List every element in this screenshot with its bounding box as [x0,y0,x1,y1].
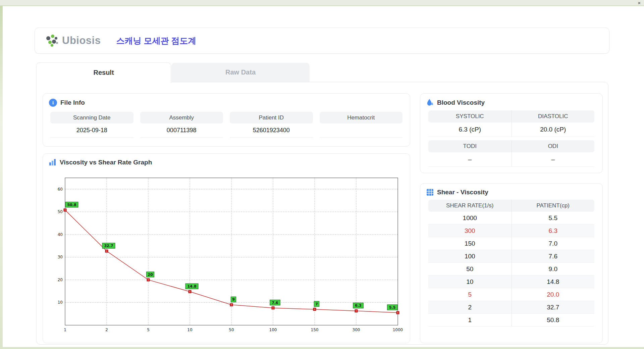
field-value: 52601923400 [230,123,313,138]
ubiosis-logo: Ubiosis [45,34,101,48]
systolic-value: 6.3 (cP) [428,122,512,137]
todi-header: TODI [428,140,512,152]
table-spacer [428,137,594,140]
blood-viscosity-card: Blood Viscosity SYSTOLIC DIASTOLIC 6.3 (… [420,93,603,173]
shear-rate-cell: 1 [428,314,512,327]
field-value [320,123,403,138]
blood-viscosity-header: Blood Viscosity [420,94,602,110]
shear-table-header: SHEAR RATE(1/s) PATIENT(cp) [428,200,594,212]
table-row: 10 14.8 [428,276,594,288]
page-title: 스캐닝 모세관 점도계 [116,35,196,46]
table-grid-icon [426,189,434,196]
shear-rate-cell: 100 [428,250,512,263]
table-row: 300 6.3 [428,225,594,237]
result-panel: i File Info Scanning Date 2025-09-18 Ass… [36,82,608,345]
field-scanning-date: Scanning Date 2025-09-18 [50,112,133,138]
shear-rate-cell: 300 [428,225,512,237]
patient-cell: 50.8 [512,314,595,327]
svg-text:6.3: 6.3 [355,303,362,308]
blood-viscosity-table: SYSTOLIC DIASTOLIC 6.3 (cP) 20.0 (cP) TO… [428,110,594,167]
tab-raw-data-label: Raw Data [225,68,256,76]
file-info-header: i File Info [43,94,410,110]
field-patient-id: Patient ID 52601923400 [230,112,313,138]
window-close-icon[interactable]: × [638,0,641,6]
shear-rate-cell: 5 [428,288,512,301]
svg-text:5.5: 5.5 [389,305,396,310]
tab-result[interactable]: Result [36,62,171,83]
field-assembly: Assembly 000711398 [140,112,223,138]
svg-text:10: 10 [187,328,192,332]
svg-text:10: 10 [58,300,63,305]
shear-rate-cell: 1000 [428,212,512,225]
svg-text:60: 60 [58,187,63,192]
svg-text:50.8: 50.8 [67,203,76,207]
patient-cell: 20.0 [512,288,595,301]
shear-rate-cell: 50 [428,263,512,276]
svg-text:30: 30 [58,255,63,259]
tab-raw-data[interactable]: Raw Data [171,63,310,82]
field-hematocrit: Hematocrit [320,112,403,138]
svg-text:7.6: 7.6 [272,301,278,305]
patient-cell: 9.0 [512,263,595,276]
file-info-card: i File Info Scanning Date 2025-09-18 Ass… [43,93,410,147]
svg-text:14.8: 14.8 [187,284,196,289]
field-value: 000711398 [140,123,223,138]
patient-cell: 5.5 [512,212,595,225]
svg-text:150: 150 [311,328,319,332]
systolic-header: SYSTOLIC [428,110,512,122]
viscosity-chart: 1020304050601251050100150300100050.832.7… [48,172,404,335]
svg-text:5: 5 [147,328,150,332]
blood-viscosity-title: Blood Viscosity [437,99,485,106]
field-label: Patient ID [230,112,313,123]
odi-header: ODI [512,140,595,152]
shear-viscosity-title: Shear - Viscosity [437,189,488,196]
svg-text:300: 300 [353,328,360,332]
file-info-fields: Scanning Date 2025-09-18 Assembly 000711… [43,110,410,138]
table-row: 1000 5.5 [428,212,594,225]
patient-cell: 6.3 [512,225,595,237]
patient-column-header: PATIENT(cp) [512,200,595,212]
field-value: 2025-09-18 [50,123,133,138]
svg-text:100: 100 [269,328,277,332]
field-label: Hematocrit [320,112,403,123]
svg-text:20: 20 [58,278,63,282]
patient-cell: 7.6 [512,250,595,263]
graph-title: Viscosity vs Shear Rate Graph [60,159,152,166]
diastolic-value: 20.0 (cP) [512,122,595,137]
odi-value: – [512,152,595,167]
shear-rate-column-header: SHEAR RATE(1/s) [428,200,512,212]
window-titlebar: × [0,0,644,6]
table-row: 150 7.0 [428,237,594,250]
svg-text:40: 40 [58,232,63,237]
svg-text:1: 1 [64,328,66,332]
patient-cell: 7.0 [512,237,595,250]
shear-rate-cell: 10 [428,276,512,288]
field-label: Scanning Date [50,112,133,123]
svg-text:1000: 1000 [393,328,403,332]
table-row: 100 7.6 [428,250,594,263]
todi-value: – [428,152,512,167]
table-row: 5 20.0 [428,288,594,301]
logo-text: Ubiosis [62,35,101,47]
svg-text:2: 2 [105,328,108,332]
diastolic-header: DIASTOLIC [512,110,595,122]
bar-chart-icon [49,159,56,166]
table-row: 50 9.0 [428,263,594,276]
shear-table-body: 1000 5.5 300 6.3 150 7.0 100 7.6 50 9. [428,212,594,327]
svg-text:20: 20 [148,272,153,277]
svg-text:50: 50 [58,209,63,214]
svg-text:7: 7 [315,302,318,306]
info-icon: i [49,99,57,107]
shear-rate-cell: 2 [428,301,512,314]
shear-viscosity-header: Shear - Viscosity [420,184,602,199]
app-window: Ubiosis 스캐닝 모세관 점도계 Result Raw Data i Fi… [3,6,644,347]
shear-viscosity-card: Shear - Viscosity SHEAR RATE(1/s) PATIEN… [420,183,603,343]
patient-cell: 14.8 [512,276,595,288]
svg-text:50: 50 [229,328,234,332]
file-info-title: File Info [60,99,85,106]
svg-text:32.7: 32.7 [104,244,113,248]
table-row: 2 32.7 [428,301,594,314]
table-row: 1 50.8 [428,314,594,327]
svg-text:9: 9 [232,297,235,302]
logo-cluster-icon [45,34,60,48]
